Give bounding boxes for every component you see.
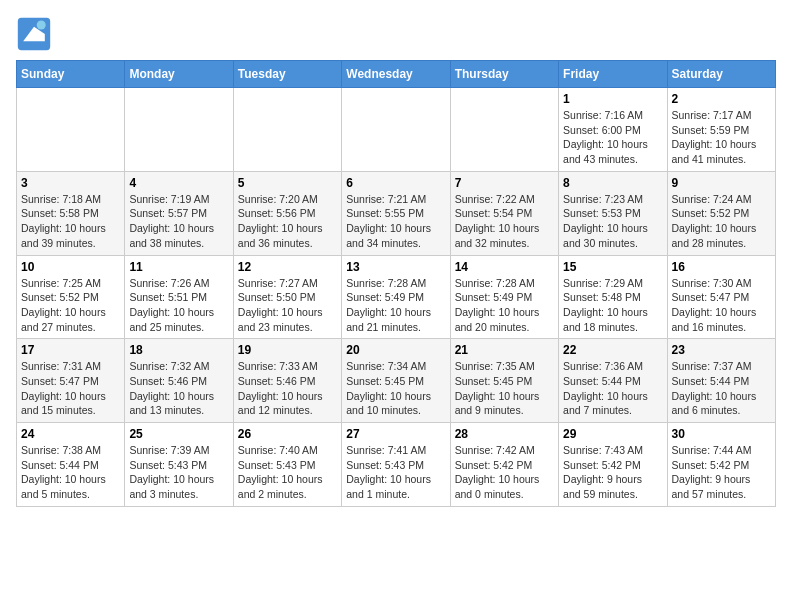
calendar-cell: 20Sunrise: 7:34 AM Sunset: 5:45 PM Dayli… [342, 339, 450, 423]
day-number: 25 [129, 427, 228, 441]
calendar-cell: 25Sunrise: 7:39 AM Sunset: 5:43 PM Dayli… [125, 423, 233, 507]
day-number: 29 [563, 427, 662, 441]
calendar-cell: 4Sunrise: 7:19 AM Sunset: 5:57 PM Daylig… [125, 171, 233, 255]
day-info: Sunrise: 7:39 AM Sunset: 5:43 PM Dayligh… [129, 443, 228, 502]
day-info: Sunrise: 7:27 AM Sunset: 5:50 PM Dayligh… [238, 276, 337, 335]
day-number: 10 [21, 260, 120, 274]
calendar-cell: 16Sunrise: 7:30 AM Sunset: 5:47 PM Dayli… [667, 255, 775, 339]
day-number: 5 [238, 176, 337, 190]
day-number: 15 [563, 260, 662, 274]
calendar-cell: 11Sunrise: 7:26 AM Sunset: 5:51 PM Dayli… [125, 255, 233, 339]
day-info: Sunrise: 7:34 AM Sunset: 5:45 PM Dayligh… [346, 359, 445, 418]
calendar-cell: 9Sunrise: 7:24 AM Sunset: 5:52 PM Daylig… [667, 171, 775, 255]
calendar-cell: 10Sunrise: 7:25 AM Sunset: 5:52 PM Dayli… [17, 255, 125, 339]
day-info: Sunrise: 7:33 AM Sunset: 5:46 PM Dayligh… [238, 359, 337, 418]
day-number: 27 [346, 427, 445, 441]
day-number: 23 [672, 343, 771, 357]
calendar-cell: 14Sunrise: 7:28 AM Sunset: 5:49 PM Dayli… [450, 255, 558, 339]
day-number: 13 [346, 260, 445, 274]
weekday-header-row: SundayMondayTuesdayWednesdayThursdayFrid… [17, 61, 776, 88]
day-info: Sunrise: 7:21 AM Sunset: 5:55 PM Dayligh… [346, 192, 445, 251]
day-number: 28 [455, 427, 554, 441]
day-number: 1 [563, 92, 662, 106]
calendar-cell: 6Sunrise: 7:21 AM Sunset: 5:55 PM Daylig… [342, 171, 450, 255]
day-number: 21 [455, 343, 554, 357]
day-number: 3 [21, 176, 120, 190]
svg-point-2 [37, 21, 46, 30]
day-info: Sunrise: 7:28 AM Sunset: 5:49 PM Dayligh… [455, 276, 554, 335]
day-number: 18 [129, 343, 228, 357]
weekday-header-friday: Friday [559, 61, 667, 88]
calendar-cell [17, 88, 125, 172]
day-number: 16 [672, 260, 771, 274]
weekday-header-saturday: Saturday [667, 61, 775, 88]
logo [16, 16, 56, 52]
calendar-cell [125, 88, 233, 172]
weekday-header-monday: Monday [125, 61, 233, 88]
calendar-cell: 15Sunrise: 7:29 AM Sunset: 5:48 PM Dayli… [559, 255, 667, 339]
calendar: SundayMondayTuesdayWednesdayThursdayFrid… [16, 60, 776, 507]
calendar-cell: 3Sunrise: 7:18 AM Sunset: 5:58 PM Daylig… [17, 171, 125, 255]
day-number: 11 [129, 260, 228, 274]
day-number: 26 [238, 427, 337, 441]
day-info: Sunrise: 7:31 AM Sunset: 5:47 PM Dayligh… [21, 359, 120, 418]
calendar-cell [233, 88, 341, 172]
calendar-cell: 24Sunrise: 7:38 AM Sunset: 5:44 PM Dayli… [17, 423, 125, 507]
weekday-header-thursday: Thursday [450, 61, 558, 88]
calendar-cell: 1Sunrise: 7:16 AM Sunset: 6:00 PM Daylig… [559, 88, 667, 172]
day-number: 20 [346, 343, 445, 357]
calendar-cell: 21Sunrise: 7:35 AM Sunset: 5:45 PM Dayli… [450, 339, 558, 423]
day-info: Sunrise: 7:40 AM Sunset: 5:43 PM Dayligh… [238, 443, 337, 502]
calendar-cell: 28Sunrise: 7:42 AM Sunset: 5:42 PM Dayli… [450, 423, 558, 507]
day-info: Sunrise: 7:43 AM Sunset: 5:42 PM Dayligh… [563, 443, 662, 502]
calendar-body: 1Sunrise: 7:16 AM Sunset: 6:00 PM Daylig… [17, 88, 776, 507]
day-number: 2 [672, 92, 771, 106]
day-number: 14 [455, 260, 554, 274]
calendar-cell: 30Sunrise: 7:44 AM Sunset: 5:42 PM Dayli… [667, 423, 775, 507]
day-number: 19 [238, 343, 337, 357]
day-info: Sunrise: 7:30 AM Sunset: 5:47 PM Dayligh… [672, 276, 771, 335]
calendar-cell: 8Sunrise: 7:23 AM Sunset: 5:53 PM Daylig… [559, 171, 667, 255]
calendar-cell: 5Sunrise: 7:20 AM Sunset: 5:56 PM Daylig… [233, 171, 341, 255]
day-number: 4 [129, 176, 228, 190]
calendar-week-2: 3Sunrise: 7:18 AM Sunset: 5:58 PM Daylig… [17, 171, 776, 255]
day-info: Sunrise: 7:26 AM Sunset: 5:51 PM Dayligh… [129, 276, 228, 335]
day-info: Sunrise: 7:32 AM Sunset: 5:46 PM Dayligh… [129, 359, 228, 418]
day-info: Sunrise: 7:28 AM Sunset: 5:49 PM Dayligh… [346, 276, 445, 335]
day-info: Sunrise: 7:37 AM Sunset: 5:44 PM Dayligh… [672, 359, 771, 418]
day-info: Sunrise: 7:36 AM Sunset: 5:44 PM Dayligh… [563, 359, 662, 418]
weekday-header-wednesday: Wednesday [342, 61, 450, 88]
day-info: Sunrise: 7:25 AM Sunset: 5:52 PM Dayligh… [21, 276, 120, 335]
day-number: 22 [563, 343, 662, 357]
calendar-cell: 22Sunrise: 7:36 AM Sunset: 5:44 PM Dayli… [559, 339, 667, 423]
day-number: 17 [21, 343, 120, 357]
calendar-cell [342, 88, 450, 172]
calendar-week-1: 1Sunrise: 7:16 AM Sunset: 6:00 PM Daylig… [17, 88, 776, 172]
calendar-cell: 13Sunrise: 7:28 AM Sunset: 5:49 PM Dayli… [342, 255, 450, 339]
calendar-cell: 18Sunrise: 7:32 AM Sunset: 5:46 PM Dayli… [125, 339, 233, 423]
weekday-header-sunday: Sunday [17, 61, 125, 88]
day-number: 9 [672, 176, 771, 190]
day-number: 7 [455, 176, 554, 190]
day-info: Sunrise: 7:42 AM Sunset: 5:42 PM Dayligh… [455, 443, 554, 502]
calendar-cell: 2Sunrise: 7:17 AM Sunset: 5:59 PM Daylig… [667, 88, 775, 172]
day-info: Sunrise: 7:23 AM Sunset: 5:53 PM Dayligh… [563, 192, 662, 251]
calendar-cell: 23Sunrise: 7:37 AM Sunset: 5:44 PM Dayli… [667, 339, 775, 423]
day-info: Sunrise: 7:41 AM Sunset: 5:43 PM Dayligh… [346, 443, 445, 502]
calendar-cell [450, 88, 558, 172]
calendar-week-5: 24Sunrise: 7:38 AM Sunset: 5:44 PM Dayli… [17, 423, 776, 507]
day-info: Sunrise: 7:20 AM Sunset: 5:56 PM Dayligh… [238, 192, 337, 251]
day-number: 8 [563, 176, 662, 190]
calendar-cell: 19Sunrise: 7:33 AM Sunset: 5:46 PM Dayli… [233, 339, 341, 423]
day-number: 24 [21, 427, 120, 441]
day-info: Sunrise: 7:38 AM Sunset: 5:44 PM Dayligh… [21, 443, 120, 502]
day-info: Sunrise: 7:44 AM Sunset: 5:42 PM Dayligh… [672, 443, 771, 502]
calendar-cell: 29Sunrise: 7:43 AM Sunset: 5:42 PM Dayli… [559, 423, 667, 507]
calendar-week-4: 17Sunrise: 7:31 AM Sunset: 5:47 PM Dayli… [17, 339, 776, 423]
day-number: 6 [346, 176, 445, 190]
calendar-cell: 17Sunrise: 7:31 AM Sunset: 5:47 PM Dayli… [17, 339, 125, 423]
calendar-cell: 7Sunrise: 7:22 AM Sunset: 5:54 PM Daylig… [450, 171, 558, 255]
day-info: Sunrise: 7:29 AM Sunset: 5:48 PM Dayligh… [563, 276, 662, 335]
weekday-header-tuesday: Tuesday [233, 61, 341, 88]
day-number: 12 [238, 260, 337, 274]
